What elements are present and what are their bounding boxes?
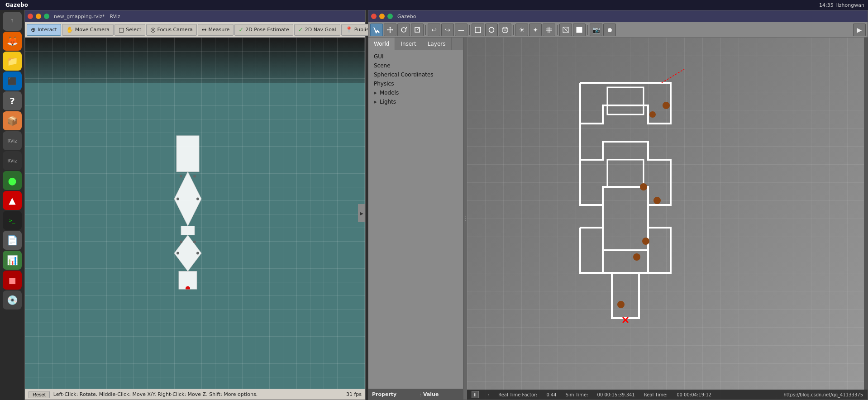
- svg-rect-37: [607, 87, 644, 114]
- rviz-panel-toggle[interactable]: ▶: [358, 204, 365, 222]
- url-display: https://blog.csdn.net/qq_41133375: [783, 392, 863, 397]
- tree-item-gui[interactable]: GUI: [368, 52, 463, 61]
- pose-estimate-btn[interactable]: ✓ 2D Pose Estimate: [234, 24, 293, 36]
- gz-rotate-tool[interactable]: [397, 24, 410, 36]
- gazebo-minimize-btn[interactable]: [379, 14, 385, 19]
- gz-sep-1: [425, 25, 426, 35]
- rviz-titlebar: new_gmapping.rviz* - RViz: [25, 10, 365, 22]
- gz-solid-btn[interactable]: [573, 24, 586, 36]
- gz-redo-btn[interactable]: ↪: [441, 24, 454, 36]
- select-btn[interactable]: □ Select: [114, 24, 145, 36]
- clock: 14:35: [819, 2, 834, 8]
- icon-dock: ? 🦊 📁 ⬛ ? 📦 RViz RViz ● ▲ >_ 📄 📊 ■ 💿: [0, 10, 24, 400]
- dock-icon-spreadsheet[interactable]: 📊: [3, 251, 22, 270]
- dot-separator: ·: [488, 392, 489, 397]
- dock-icon-question[interactable]: ?: [3, 12, 22, 31]
- nav-goal-btn[interactable]: ✓ 2D Nav Goal: [294, 24, 340, 36]
- move-camera-icon: ✋: [66, 26, 73, 33]
- gz-wireframe-btn[interactable]: [559, 24, 572, 36]
- rviz-window: new_gmapping.rviz* - RViz ⊕ Interact ✋ M…: [24, 10, 366, 400]
- dock-icon-files[interactable]: 📁: [3, 52, 22, 71]
- gz-undo-btn[interactable]: ↩: [428, 24, 440, 36]
- tab-layers[interactable]: Layers: [422, 38, 452, 50]
- svg-rect-0: [176, 136, 199, 172]
- svg-marker-17: [389, 32, 391, 33]
- dock-icon-rviz2[interactable]: RViz: [3, 151, 22, 170]
- nav-goal-label: 2D Nav Goal: [305, 27, 336, 33]
- gz-toolbar-right: ▶: [853, 24, 866, 36]
- rviz-minimize-btn[interactable]: [36, 14, 41, 19]
- gz-translate-tool[interactable]: [384, 24, 396, 36]
- select-icon: □: [119, 26, 124, 33]
- svg-marker-19: [392, 29, 393, 31]
- rviz-close-btn[interactable]: [28, 14, 33, 19]
- svg-rect-36: [577, 27, 582, 33]
- dock-icon-unity[interactable]: ▲: [3, 191, 22, 210]
- gazebo-resize-handle[interactable]: ⋮: [463, 38, 467, 400]
- tree-item-scene[interactable]: Scene: [368, 61, 463, 70]
- gz-select-tool[interactable]: [370, 24, 383, 36]
- reset-btn[interactable]: Reset: [29, 391, 50, 398]
- gazebo-world-tree: GUI Scene Spherical Coordinates Physics …: [368, 50, 463, 389]
- dock-icon-redbox[interactable]: ■: [3, 271, 22, 290]
- gz-grid-btn[interactable]: [543, 24, 555, 36]
- tree-item-models[interactable]: Models: [368, 88, 463, 97]
- dock-icon-firefox[interactable]: 🦊: [3, 32, 22, 51]
- property-resize-handle[interactable]: ⋮: [419, 392, 423, 397]
- svg-point-45: [653, 197, 661, 204]
- dock-icon-dvd[interactable]: 💿: [3, 290, 22, 310]
- rviz-viewport[interactable]: ▶: [25, 38, 365, 389]
- tab-insert[interactable]: Insert: [395, 38, 422, 50]
- dock-icon-doc[interactable]: 📄: [3, 231, 22, 250]
- tree-item-lights[interactable]: Lights: [368, 97, 463, 106]
- rviz-maximize-btn[interactable]: [44, 14, 49, 19]
- gz-sep-4: [557, 25, 558, 35]
- dock-icon-green[interactable]: ●: [3, 171, 22, 190]
- gz-sphere-btn[interactable]: [485, 24, 498, 36]
- dock-icon-terminal[interactable]: >_: [3, 211, 22, 230]
- gz-sun-btn[interactable]: ☀: [515, 24, 528, 36]
- interact-btn[interactable]: ⊕ Interact: [27, 24, 61, 36]
- svg-point-46: [642, 238, 649, 245]
- svg-marker-16: [389, 27, 391, 28]
- gz-scale-tool[interactable]: [411, 24, 424, 36]
- real-time-label: Real Time:: [644, 392, 668, 397]
- focus-camera-label: Focus Camera: [157, 27, 193, 33]
- svg-point-9: [193, 241, 196, 243]
- gazebo-3d-viewport[interactable]: ⏸ · Real Time Factor: 0.44 Sim Time: 00 …: [467, 38, 868, 400]
- tab-world[interactable]: World: [368, 38, 395, 50]
- focus-camera-btn[interactable]: ◎ Focus Camera: [146, 24, 196, 36]
- gz-box-btn[interactable]: [472, 24, 484, 36]
- sim-time-value: 00 00:15:39.341: [597, 392, 635, 397]
- svg-point-4: [176, 198, 179, 200]
- tree-item-physics[interactable]: Physics: [368, 79, 463, 88]
- gz-record-btn[interactable]: ⏺: [603, 24, 616, 36]
- gz-sep-2: [469, 25, 470, 35]
- svg-point-3: [193, 175, 196, 178]
- measure-label: Measure: [209, 27, 230, 33]
- gz-screenshot-btn[interactable]: 📷: [590, 24, 602, 36]
- tree-item-spherical[interactable]: Spherical Coordinates: [368, 70, 463, 79]
- gz-unknown-btn[interactable]: —: [455, 24, 467, 36]
- gz-pointlight-btn[interactable]: ✦: [529, 24, 542, 36]
- gz-pause-btn[interactable]: ⏸: [472, 391, 479, 398]
- gazebo-close-btn[interactable]: [371, 14, 377, 19]
- pose-label: 2D Pose Estimate: [245, 27, 289, 33]
- dock-icon-vscode[interactable]: ⬛: [3, 71, 22, 90]
- gazebo-titlebar: Gazebo: [368, 10, 868, 22]
- move-camera-btn[interactable]: ✋ Move Camera: [62, 24, 114, 36]
- gz-right-resize[interactable]: [864, 38, 868, 390]
- gz-expand-btn[interactable]: ▶: [853, 24, 866, 36]
- measure-btn[interactable]: ↔ Measure: [198, 24, 234, 36]
- svg-point-11: [196, 252, 199, 255]
- dock-icon-rviz1[interactable]: RViz: [3, 131, 22, 150]
- svg-point-42: [663, 102, 670, 109]
- gazebo-maximize-btn[interactable]: [387, 14, 393, 19]
- gz-cylinder-btn[interactable]: [499, 24, 511, 36]
- dock-icon-box[interactable]: 📦: [3, 111, 22, 130]
- gazebo-window: Gazebo ↩ ↪ —: [368, 10, 868, 400]
- svg-point-47: [633, 253, 640, 261]
- dock-icon-help[interactable]: ?: [3, 91, 22, 110]
- publish-icon: 📍: [345, 26, 353, 33]
- gazebo-title: Gazebo: [397, 14, 416, 19]
